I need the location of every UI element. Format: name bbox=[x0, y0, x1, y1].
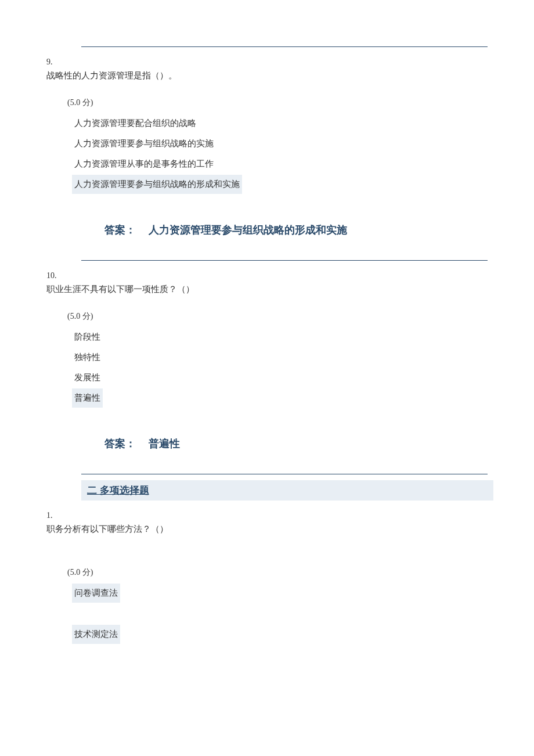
q10-stem: 职业生涯不具有以下哪一项性质？（） bbox=[46, 284, 488, 295]
mcq1-stem: 职务分析有以下哪些方法？（） bbox=[46, 524, 488, 535]
q9-option-b: 人力资源管理要参与组织战略的实施 bbox=[72, 134, 216, 153]
q9-answer-text: 人力资源管理要参与组织战略的形成和实施 bbox=[149, 223, 347, 237]
mcq1-points: (5.0 分) bbox=[67, 567, 488, 578]
q9-stem: 战略性的人力资源管理是指（）。 bbox=[46, 70, 488, 81]
q9-answer-block: 答案： 人力资源管理要参与组织战略的形成和实施 bbox=[104, 223, 488, 237]
mcq1-option-a: 问卷调查法 bbox=[72, 584, 120, 603]
q9-points: (5.0 分) bbox=[67, 98, 488, 108]
q9-number: 9. bbox=[46, 57, 488, 67]
q10-answer-text: 普遍性 bbox=[149, 437, 180, 451]
q10-answer-label: 答案： bbox=[104, 437, 136, 451]
q10-option-c: 发展性 bbox=[72, 368, 103, 387]
q10-option-a: 阶段性 bbox=[72, 327, 103, 347]
mcq1-option-b: 技术测定法 bbox=[72, 625, 120, 644]
q9-answer-label: 答案： bbox=[104, 223, 136, 237]
q10-option-b: 独特性 bbox=[72, 348, 103, 367]
q9-option-a: 人力资源管理要配合组织的战略 bbox=[72, 114, 199, 133]
q9-option-d: 人力资源管理要参与组织战略的形成和实施 bbox=[72, 175, 242, 194]
mcq1-number: 1. bbox=[46, 511, 488, 520]
q10-option-d: 普遍性 bbox=[72, 388, 103, 408]
q10-points: (5.0 分) bbox=[67, 311, 488, 322]
section-2-header: 二 多项选择题 bbox=[81, 480, 493, 501]
q10-number: 10. bbox=[46, 271, 488, 280]
divider-q9 bbox=[81, 260, 488, 261]
divider-top bbox=[81, 46, 488, 47]
q10-answer-block: 答案： 普遍性 bbox=[104, 437, 488, 451]
q9-option-c: 人力资源管理从事的是事务性的工作 bbox=[72, 154, 216, 174]
